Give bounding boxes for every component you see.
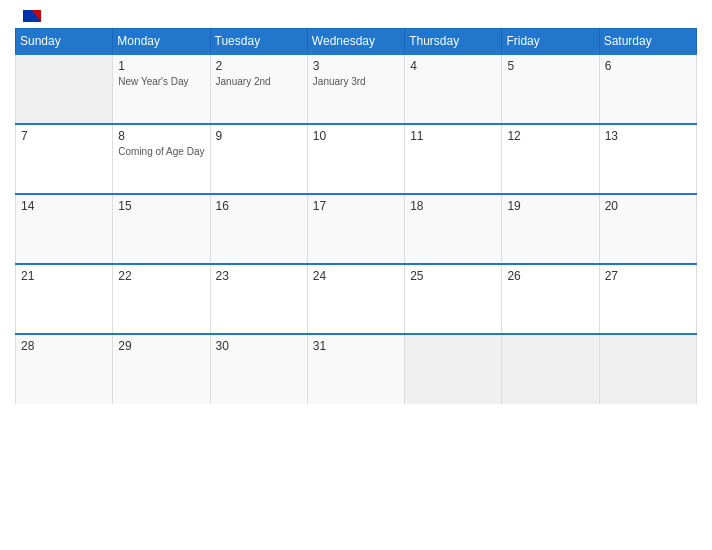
calendar-header: SundayMondayTuesdayWednesdayThursdayFrid… xyxy=(16,29,697,55)
calendar-table: SundayMondayTuesdayWednesdayThursdayFrid… xyxy=(15,28,697,404)
day-number: 11 xyxy=(410,129,496,143)
day-number: 22 xyxy=(118,269,204,283)
calendar-cell: 26 xyxy=(502,264,599,334)
calendar-cell: 19 xyxy=(502,194,599,264)
day-number: 9 xyxy=(216,129,302,143)
event-label: Coming of Age Day xyxy=(118,145,204,158)
calendar-cell: 11 xyxy=(405,124,502,194)
event-label: January 3rd xyxy=(313,75,399,88)
day-number: 17 xyxy=(313,199,399,213)
calendar-cell: 25 xyxy=(405,264,502,334)
calendar-cell: 15 xyxy=(113,194,210,264)
calendar-cell: 18 xyxy=(405,194,502,264)
day-number: 4 xyxy=(410,59,496,73)
calendar-cell xyxy=(599,334,696,404)
calendar-cell: 30 xyxy=(210,334,307,404)
day-number: 23 xyxy=(216,269,302,283)
calendar-cell: 17 xyxy=(307,194,404,264)
day-number: 18 xyxy=(410,199,496,213)
event-label: January 2nd xyxy=(216,75,302,88)
day-number: 16 xyxy=(216,199,302,213)
day-number: 6 xyxy=(605,59,691,73)
calendar-cell: 20 xyxy=(599,194,696,264)
flag-icon xyxy=(23,10,41,22)
day-number: 30 xyxy=(216,339,302,353)
calendar-week-3: 14151617181920 xyxy=(16,194,697,264)
weekday-header-saturday: Saturday xyxy=(599,29,696,55)
day-number: 26 xyxy=(507,269,593,283)
calendar-week-4: 21222324252627 xyxy=(16,264,697,334)
calendar-cell: 10 xyxy=(307,124,404,194)
day-number: 19 xyxy=(507,199,593,213)
calendar-cell: 27 xyxy=(599,264,696,334)
logo xyxy=(20,10,43,22)
day-number: 25 xyxy=(410,269,496,283)
day-number: 28 xyxy=(21,339,107,353)
weekday-header-tuesday: Tuesday xyxy=(210,29,307,55)
day-number: 2 xyxy=(216,59,302,73)
calendar-cell: 9 xyxy=(210,124,307,194)
weekday-header-thursday: Thursday xyxy=(405,29,502,55)
day-number: 3 xyxy=(313,59,399,73)
day-number: 15 xyxy=(118,199,204,213)
day-number: 31 xyxy=(313,339,399,353)
day-number: 27 xyxy=(605,269,691,283)
day-number: 12 xyxy=(507,129,593,143)
day-number: 14 xyxy=(21,199,107,213)
calendar-cell: 2January 2nd xyxy=(210,54,307,124)
weekday-header-friday: Friday xyxy=(502,29,599,55)
day-number: 24 xyxy=(313,269,399,283)
page-header xyxy=(15,10,697,22)
day-number: 10 xyxy=(313,129,399,143)
day-number: 5 xyxy=(507,59,593,73)
calendar-cell: 3January 3rd xyxy=(307,54,404,124)
weekday-header-monday: Monday xyxy=(113,29,210,55)
day-number: 20 xyxy=(605,199,691,213)
calendar-cell xyxy=(502,334,599,404)
calendar-cell: 28 xyxy=(16,334,113,404)
calendar-cell xyxy=(405,334,502,404)
calendar-cell: 5 xyxy=(502,54,599,124)
calendar-cell: 22 xyxy=(113,264,210,334)
calendar-cell: 8Coming of Age Day xyxy=(113,124,210,194)
calendar-cell: 31 xyxy=(307,334,404,404)
calendar-cell: 6 xyxy=(599,54,696,124)
calendar-cell: 23 xyxy=(210,264,307,334)
weekday-header-wednesday: Wednesday xyxy=(307,29,404,55)
calendar-page: SundayMondayTuesdayWednesdayThursdayFrid… xyxy=(0,0,712,550)
calendar-body: 1New Year's Day2January 2nd3January 3rd4… xyxy=(16,54,697,404)
day-number: 21 xyxy=(21,269,107,283)
calendar-week-5: 28293031 xyxy=(16,334,697,404)
calendar-cell: 16 xyxy=(210,194,307,264)
calendar-cell: 13 xyxy=(599,124,696,194)
calendar-cell: 29 xyxy=(113,334,210,404)
day-number: 29 xyxy=(118,339,204,353)
calendar-week-2: 78Coming of Age Day910111213 xyxy=(16,124,697,194)
calendar-cell: 1New Year's Day xyxy=(113,54,210,124)
calendar-cell: 24 xyxy=(307,264,404,334)
calendar-cell: 12 xyxy=(502,124,599,194)
calendar-week-1: 1New Year's Day2January 2nd3January 3rd4… xyxy=(16,54,697,124)
weekday-row: SundayMondayTuesdayWednesdayThursdayFrid… xyxy=(16,29,697,55)
event-label: New Year's Day xyxy=(118,75,204,88)
calendar-cell: 4 xyxy=(405,54,502,124)
weekday-header-sunday: Sunday xyxy=(16,29,113,55)
day-number: 8 xyxy=(118,129,204,143)
calendar-cell xyxy=(16,54,113,124)
calendar-cell: 7 xyxy=(16,124,113,194)
day-number: 7 xyxy=(21,129,107,143)
day-number: 13 xyxy=(605,129,691,143)
calendar-cell: 14 xyxy=(16,194,113,264)
calendar-cell: 21 xyxy=(16,264,113,334)
day-number: 1 xyxy=(118,59,204,73)
